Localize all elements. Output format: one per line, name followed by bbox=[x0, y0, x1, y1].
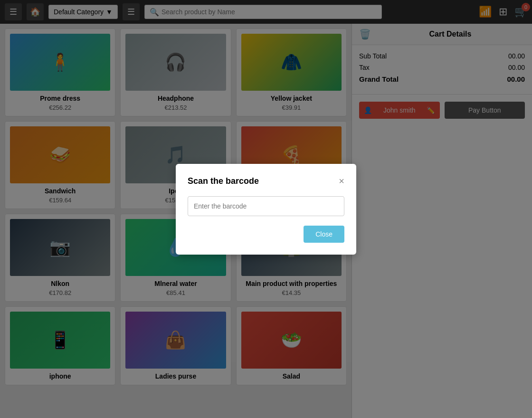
modal-close-button[interactable]: Close bbox=[304, 226, 344, 243]
barcode-modal: Scan the barcode × Close bbox=[176, 164, 356, 255]
modal-title: Scan the barcode bbox=[188, 176, 259, 186]
modal-close-x-button[interactable]: × bbox=[339, 176, 344, 187]
modal-footer: Close bbox=[188, 226, 344, 243]
barcode-input[interactable] bbox=[188, 196, 344, 216]
modal-overlay: Scan the barcode × Close bbox=[0, 0, 532, 418]
modal-header: Scan the barcode × bbox=[188, 176, 344, 187]
